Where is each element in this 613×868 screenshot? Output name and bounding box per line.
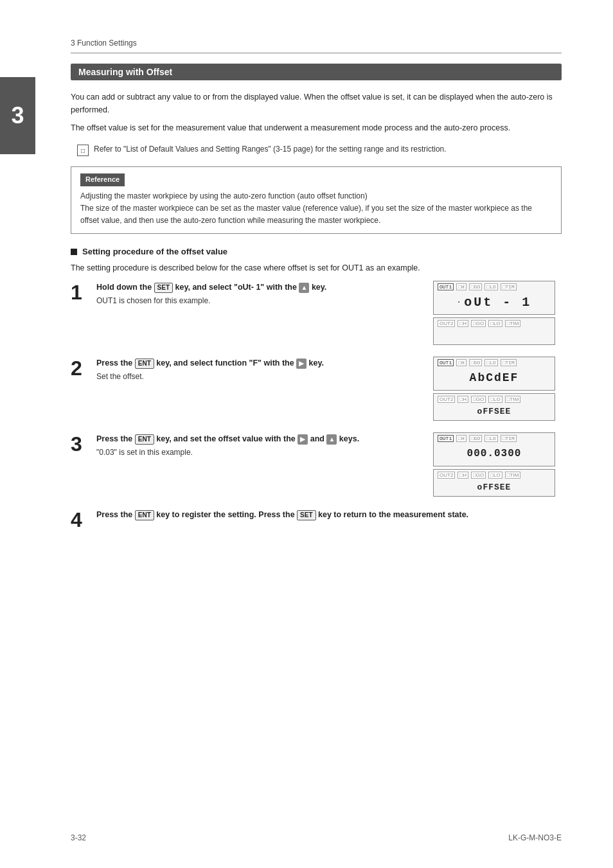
step-1-display: OUT1 □H □GO □LO □TIM ·oUt - 1 OUT2 □H □G… — [433, 281, 562, 345]
step-1-number: 1 — [71, 282, 96, 303]
note-icon: □ — [77, 145, 89, 156]
step-3-lcd-top: OUT1 □H □GO □LO □TIM 000.0300 — [433, 432, 555, 466]
subsection-heading: Setting procedure of the offset value — [71, 247, 562, 256]
step-2-sub: Set the offset. — [96, 371, 427, 383]
right-arrow-key-2: ▶ — [296, 359, 306, 369]
step-2: 2 Press the ENT key, and select function… — [71, 357, 562, 421]
step-3-indicators-top: OUT1 □H □GO □LO □TIM — [438, 435, 551, 442]
step-1: 1 Hold down the SET key, and select "oUt… — [71, 281, 562, 345]
footer-page-number: 3-32 — [71, 833, 86, 842]
out2-ind-3: OUT2 — [438, 472, 455, 479]
step-4-number: 4 — [71, 509, 96, 530]
footer-doc-id: LK-G-M-NO3-E — [508, 833, 562, 842]
step-2-indicators-top: OUT1 □H □GO □LO □TIM — [438, 359, 551, 366]
body-text-1: You can add or subtract any value to or … — [71, 91, 562, 116]
oh-ind-2: □H — [456, 359, 466, 366]
otim-ind-3: □TIM — [501, 435, 517, 442]
ent-key-badge-3: ENT — [135, 434, 154, 445]
ogo2-ind-2: □GO — [471, 396, 486, 403]
step-3-indicators-out2: OUT2 □H □GO □LO □TIM — [438, 472, 551, 479]
otim2-ind-3: □TIM — [505, 472, 521, 479]
step-1-content: Hold down the SET key, and select "oUt- … — [96, 281, 433, 307]
olo-ind: □LO — [484, 283, 497, 290]
section-header: Measuring with Offset — [71, 64, 562, 80]
subsection-desc: The setting procedure is described below… — [71, 261, 562, 274]
chapter-tab: 3 — [0, 77, 35, 154]
step-3-sub: "0.03" is set in this example. — [96, 447, 427, 459]
oh-ind-3: □H — [456, 435, 466, 442]
ent-key-badge-2: ENT — [135, 359, 154, 369]
step-1-main: Hold down the SET key, and select "oUt- … — [96, 281, 427, 294]
out2-ind-2: OUT2 — [438, 396, 455, 403]
otim-ind-2: □TIM — [501, 359, 517, 366]
otim2-ind: □TIM — [505, 320, 521, 327]
step-1-indicators-top: OUT1 □H □GO □LO □TIM — [438, 283, 551, 290]
olo2-ind-3: □LO — [488, 472, 502, 479]
reference-content: Adjusting the master workpiece by using … — [80, 190, 552, 227]
note-text: Refer to "List of Default Values and Set… — [94, 143, 447, 155]
step-2-lcd-top: OUT1 □H □GO □LO □TIM AbCdEF — [433, 357, 555, 391]
chapter-number: 3 — [11, 102, 24, 129]
step-3-main-disp: 000.0300 — [438, 443, 551, 464]
ogo2-ind-3: □GO — [471, 472, 486, 479]
ogo-ind-2: □GO — [469, 359, 482, 366]
out2-ind: OUT2 — [438, 320, 455, 327]
olo-ind-2: □LO — [484, 359, 497, 366]
up-arrow-key-3: ▲ — [326, 434, 337, 445]
step-2-main-disp: AbCdEF — [438, 368, 551, 388]
black-square-icon — [71, 249, 77, 255]
otim2-ind-2: □TIM — [505, 396, 521, 403]
out1-ind-2: OUT1 — [438, 359, 454, 366]
otim-ind: □TIM — [501, 283, 517, 290]
section-label: 3 Function Settings — [71, 39, 562, 48]
step-3-number: 3 — [71, 434, 96, 454]
step-2-out2-disp: oFFSEE — [438, 404, 551, 418]
ogo-ind: □GO — [469, 283, 482, 290]
olo2-ind-2: □LO — [488, 396, 502, 403]
step-3-lcd-out2: OUT2 □H □GO □LO □TIM oFFSEE — [433, 469, 555, 497]
step-1-lcd-top: OUT1 □H □GO □LO □TIM ·oUt - 1 — [433, 281, 555, 315]
step-3: 3 Press the ENT key, and set the offset … — [71, 432, 562, 497]
section-divider — [71, 53, 562, 53]
step-2-display: OUT1 □H □GO □LO □TIM AbCdEF OUT2 □H □GO … — [433, 357, 562, 421]
step-3-content: Press the ENT key, and set the offset va… — [96, 432, 433, 459]
subsection-title: Setting procedure of the offset value — [82, 247, 227, 256]
olo-ind-3: □LO — [484, 435, 497, 442]
oh-ind: □H — [456, 283, 466, 290]
step-2-main: Press the ENT key, and select function "… — [96, 357, 427, 369]
step-2-content: Press the ENT key, and select function "… — [96, 357, 433, 383]
note-box: □ Refer to "List of Default Values and S… — [77, 143, 562, 156]
ent-key-badge-4: ENT — [135, 510, 154, 520]
step-1-sub: OUT1 is chosen for this example. — [96, 295, 427, 307]
step-1-out2-disp — [438, 328, 551, 342]
step-3-out2-disp: oFFSEE — [438, 480, 551, 494]
footer: 3-32 LK-G-M-NO3-E — [0, 833, 613, 842]
right-arrow-key-3: ▶ — [298, 434, 308, 445]
step-1-indicators-out2: OUT2 □H □GO □LO □TIM — [438, 320, 551, 327]
step-2-indicators-out2: OUT2 □H □GO □LO □TIM — [438, 396, 551, 403]
page: 3 3 Function Settings Measuring with Off… — [0, 0, 613, 868]
reference-label: Reference — [80, 173, 552, 190]
step-2-lcd-out2: OUT2 □H □GO □LO □TIM oFFSEE — [433, 393, 555, 421]
reference-box: Reference Adjusting the master workpiece… — [71, 166, 562, 234]
body-text-2: The offset value is set for the measurem… — [71, 121, 562, 134]
step-1-lcd-out2: OUT2 □H □GO □LO □TIM — [433, 317, 555, 345]
step-1-main-disp: ·oUt - 1 — [438, 292, 551, 312]
step-4-main: Press the ENT key to register the settin… — [96, 508, 555, 521]
step-4: 4 Press the ENT key to register the sett… — [71, 508, 562, 530]
oh2-ind-2: □H — [458, 396, 468, 403]
olo2-ind: □LO — [488, 320, 502, 327]
out1-ind: OUT1 — [438, 283, 454, 290]
step-3-display: OUT1 □H □GO □LO □TIM 000.0300 OUT2 □H □G… — [433, 432, 562, 497]
ogo2-ind: □GO — [471, 320, 486, 327]
up-arrow-key: ▲ — [299, 283, 309, 293]
set-key-badge: SET — [154, 283, 173, 293]
set-key-badge-4: SET — [297, 510, 315, 520]
steps-container: 1 Hold down the SET key, and select "oUt… — [71, 281, 562, 530]
ogo-ind-3: □GO — [469, 435, 482, 442]
oh2-ind-3: □H — [458, 472, 468, 479]
step-2-number: 2 — [71, 358, 96, 378]
out1-ind-3: OUT1 — [438, 435, 454, 442]
oh2-ind: □H — [458, 320, 468, 327]
step-3-main: Press the ENT key, and set the offset va… — [96, 432, 427, 445]
